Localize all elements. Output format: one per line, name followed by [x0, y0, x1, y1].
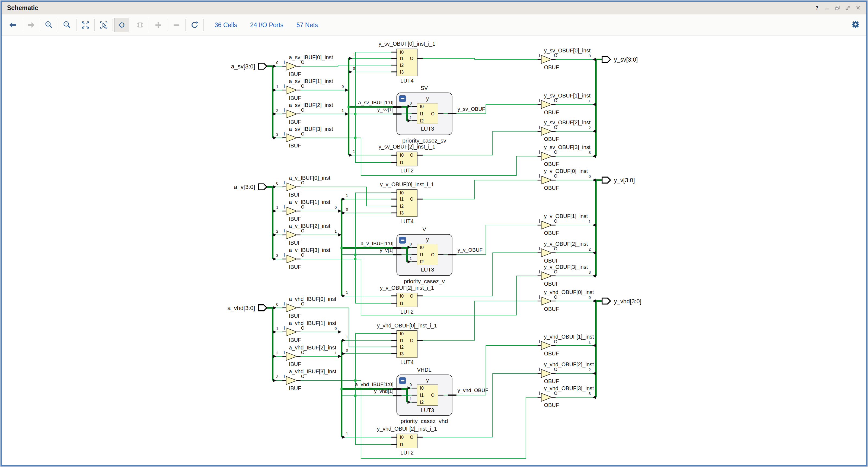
toolbar-separator	[76, 19, 76, 31]
buffer-cell[interactable]	[286, 231, 297, 239]
expand-cone-icon	[135, 20, 145, 30]
bit-index: 3	[276, 132, 278, 137]
pin-label: I2	[420, 259, 424, 264]
buffer-cell[interactable]	[286, 110, 297, 118]
buffer-cell[interactable]	[541, 249, 552, 257]
instance-label: y_v_OBUF[2]_inst	[544, 241, 588, 247]
zoom-fit-button[interactable]	[78, 18, 93, 32]
pin-label: I0	[420, 104, 424, 109]
pin-label: I1	[420, 392, 424, 398]
pin-label: O	[301, 60, 304, 65]
minimize-button[interactable]	[824, 5, 831, 11]
forward-button[interactable]	[24, 18, 38, 32]
autofit-selection-button[interactable]	[115, 18, 129, 32]
pin-label: I0	[420, 245, 424, 250]
pin-label: O	[410, 338, 413, 343]
buffer-cell[interactable]	[541, 221, 552, 229]
junction-dot	[354, 379, 356, 381]
nets-link[interactable]: 57 Nets	[297, 22, 318, 29]
bit-index: 0	[335, 326, 337, 331]
cell-type-label: LUT4	[400, 78, 414, 84]
instance-label: y_vhd_OBUF[2]_inst_i_1	[377, 426, 437, 432]
net-arrow-icon	[273, 355, 276, 358]
cell-type-label: LUT3	[421, 407, 434, 413]
net-arrow-icon	[592, 224, 596, 227]
pin-label: O	[431, 252, 435, 257]
toolbar-separator	[204, 19, 204, 31]
buffer-cell[interactable]	[286, 183, 297, 191]
net-arrow-icon	[342, 294, 345, 298]
io-ports-link[interactable]: 24 I/O Ports	[250, 22, 283, 29]
buffer-cell[interactable]	[286, 376, 297, 384]
cells-link[interactable]: 36 Cells	[215, 22, 237, 29]
instance-label: y_sv_OBUF[0]_inst_i_1	[379, 41, 435, 47]
bit-index: 1	[276, 84, 278, 89]
settings-button[interactable]	[850, 20, 860, 30]
zoom-selection-button[interactable]	[96, 18, 111, 32]
bit-index: 1	[589, 340, 591, 344]
buffer-cell[interactable]	[541, 393, 552, 401]
expand-cone-button[interactable]	[133, 18, 147, 32]
buffer-cell[interactable]	[541, 127, 552, 136]
zoom-out-button[interactable]	[60, 18, 74, 32]
buffer-cell[interactable]	[286, 207, 297, 215]
net-arrow-icon	[349, 70, 352, 74]
buffer-cell[interactable]	[541, 342, 552, 350]
buffer-cell[interactable]	[286, 328, 297, 336]
cell-type-label: IBUF	[289, 216, 301, 222]
buffer-cell[interactable]	[286, 86, 297, 94]
back-button[interactable]	[5, 18, 20, 32]
port-label: y_vhd[3:0]	[614, 298, 642, 304]
pin-label: O	[554, 53, 557, 58]
buffer-cell[interactable]	[541, 152, 552, 160]
buffer-cell[interactable]	[286, 62, 297, 70]
toolbar-separator	[113, 19, 113, 31]
bit-index: 1	[353, 53, 355, 57]
port-label: y_sv[3:0]	[614, 56, 638, 63]
toolbar-separator	[94, 19, 95, 31]
input-port[interactable]	[258, 63, 267, 69]
pin-label: O	[301, 326, 304, 330]
buffer-cell[interactable]	[541, 369, 552, 377]
close-button[interactable]	[855, 5, 862, 11]
buffer-cell[interactable]	[286, 352, 297, 360]
buffer-cell[interactable]	[541, 272, 552, 280]
input-port[interactable]	[258, 305, 267, 311]
bit-index: 3	[589, 270, 591, 274]
regenerate-button[interactable]	[187, 18, 202, 32]
cell-type-label: OBUF	[544, 230, 559, 236]
output-port[interactable]	[602, 298, 611, 304]
junction-dot	[354, 137, 356, 139]
instance-label: a_vhd_IBUF[1]_inst	[289, 320, 336, 326]
output-port[interactable]	[602, 177, 611, 183]
input-port[interactable]	[258, 184, 267, 190]
expand-button[interactable]	[151, 18, 165, 32]
pin-label: O	[301, 132, 304, 136]
buffer-cell[interactable]	[286, 134, 297, 142]
zoom-in-button[interactable]	[42, 18, 56, 32]
output-port[interactable]	[602, 56, 611, 62]
buffer-cell[interactable]	[286, 255, 297, 263]
net-arrow-icon	[592, 154, 596, 158]
bit-index: 2	[589, 126, 591, 130]
pin-label: I2	[400, 204, 404, 208]
restore-button[interactable]	[834, 5, 841, 11]
schematic-canvas[interactable]: a_sv[3:0]0IOa_sv_IBUF[0]_instIBUF1IOa_sv…	[2, 36, 866, 465]
help-button[interactable]: ?	[814, 5, 820, 11]
buffer-cell[interactable]	[541, 100, 552, 109]
pin-label: I	[539, 391, 540, 396]
buffer-cell[interactable]	[541, 176, 552, 184]
buffer-cell[interactable]	[541, 297, 552, 305]
pin-label: I0	[400, 50, 404, 55]
buffer-cell[interactable]	[541, 55, 552, 63]
buffer-cell[interactable]	[286, 304, 297, 312]
pin-label: I1	[420, 111, 424, 116]
collapse-button[interactable]	[169, 18, 184, 32]
pin-label: I1	[400, 56, 404, 61]
net-label: a_sv_IBUF[1:0]	[358, 100, 393, 106]
pin-label: I1	[400, 197, 404, 201]
float-button[interactable]	[845, 5, 851, 11]
refresh-icon	[190, 20, 199, 30]
toolbar: 36 Cells 24 I/O Ports 57 Nets	[2, 14, 866, 36]
cell-type-label: LUT2	[400, 168, 414, 174]
